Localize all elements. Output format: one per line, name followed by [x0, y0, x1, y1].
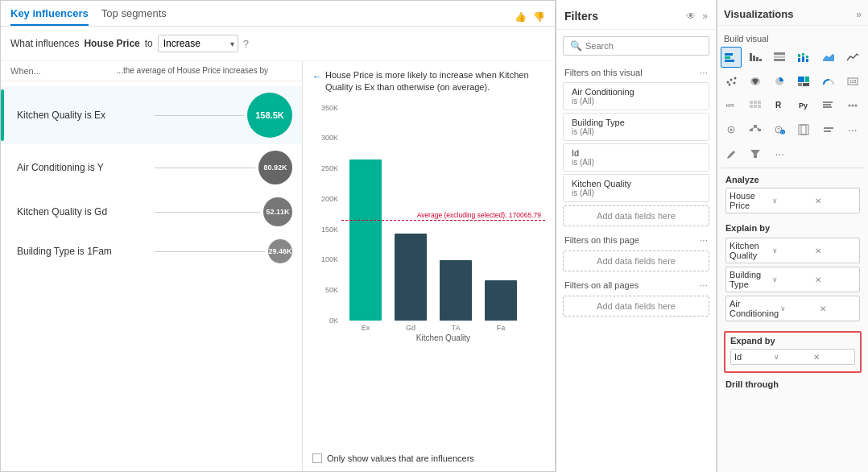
bar-ta[interactable] [440, 260, 472, 321]
expand-icon[interactable]: » [702, 10, 708, 22]
x-labels: Ex Gd TA Fa [341, 321, 545, 332]
clear-air-conditioning-icon[interactable]: ✕ [820, 304, 856, 313]
add-data-fields-all-pages[interactable]: Add data fields here [563, 296, 709, 317]
treemap-icon[interactable] [793, 71, 814, 92]
scatter-chart-icon[interactable] [721, 71, 742, 92]
filter-item-building-type[interactable]: Building Type is (All) [563, 113, 709, 141]
svg-point-45 [730, 129, 733, 131]
custom5-icon[interactable] [818, 119, 839, 140]
python-icon[interactable]: Py [793, 95, 814, 116]
help-icon[interactable]: ? [243, 38, 249, 50]
y-label-250k: 250K [312, 164, 338, 172]
clear-building-type-icon[interactable]: ✕ [815, 275, 856, 284]
influencer-item[interactable]: Kitchen Quality is Gd 52.11K [1, 191, 302, 233]
tab-top-segments[interactable]: Top segments [101, 7, 167, 26]
search-box[interactable]: 🔍 [563, 36, 709, 56]
svg-rect-1 [725, 56, 730, 59]
viz-icon-grid-3: KPI R Py [721, 95, 865, 116]
filters-on-visual-label: Filters on this visual ··· [556, 62, 716, 80]
bar-chart-icon[interactable] [745, 47, 766, 68]
filter-item-kitchen-quality[interactable]: Kitchen Quality is (All) [563, 174, 709, 202]
eye-icon[interactable]: 👁 [686, 10, 696, 22]
expand-by-section: Expand by Id ∨ ✕ [724, 331, 862, 373]
avg-column-header: ...the average of House Price increases … [117, 66, 292, 76]
x-label-ex: Ex [349, 324, 382, 332]
more-visuals-icon[interactable] [842, 95, 863, 116]
svg-rect-58 [824, 130, 831, 132]
kpi-icon[interactable]: KPI [721, 95, 742, 116]
filter-item-value: is (All) [572, 188, 701, 197]
explain-field-building-type[interactable]: Building Type ∨ ✕ [725, 267, 860, 292]
smart-narrative-icon[interactable] [818, 95, 839, 116]
matrix-icon[interactable] [745, 95, 766, 116]
stacked-col-icon[interactable] [793, 47, 814, 68]
paginated-icon[interactable] [793, 119, 814, 140]
svg-rect-13 [802, 53, 804, 56]
filter-funnel-icon[interactable] [745, 143, 766, 164]
influencer-bubble: 80.92K [258, 151, 292, 184]
svg-rect-46 [754, 125, 757, 127]
chart-container: 350K 300K 250K 200K 150K 100K 50K 0K Ave… [312, 101, 545, 449]
clear-kitchen-quality-icon[interactable]: ✕ [815, 246, 856, 255]
add-data-fields-visual[interactable]: Add data fields here [563, 205, 709, 226]
line-chart-icon[interactable] [842, 47, 863, 68]
influencer-item[interactable]: Kitchen Quality is Ex 158.5K [1, 86, 302, 144]
explain-field-kitchen-quality[interactable]: Kitchen Quality ∨ ✕ [725, 238, 860, 263]
search-icon: 🔍 [570, 40, 582, 52]
influencer-bar-area: 80.92K [155, 151, 292, 184]
y-label-50k: 50K [312, 286, 338, 294]
analyze-field-value: House Price [730, 191, 771, 210]
influencer-item[interactable]: Building Type is 1Fam 29.46K [1, 233, 302, 270]
area-chart-icon[interactable] [818, 47, 839, 68]
chevron-down-icon: ∨ [774, 353, 812, 361]
qa-icon[interactable]: ?Q [769, 119, 790, 140]
filters-all-pages-more-icon[interactable]: ··· [700, 279, 708, 291]
svg-rect-35 [758, 105, 761, 108]
influencer-label: Air Conditioning is Y [10, 162, 155, 173]
decomp-tree-icon[interactable] [745, 119, 766, 140]
filled-map-icon[interactable] [745, 71, 766, 92]
paint-brush-icon[interactable] [721, 143, 742, 164]
influence-direction-select[interactable]: Increase Decrease [158, 35, 238, 52]
filter-item-air-conditioning[interactable]: Air Conditioning is (All) [563, 82, 709, 110]
back-arrow-icon[interactable]: ← [312, 70, 322, 84]
tab-key-influencers[interactable]: Key influencers [10, 7, 89, 26]
filter-item-id[interactable]: Id is (All) [563, 143, 709, 172]
influencers-section: When... ...the average of House Price in… [1, 61, 303, 471]
filters-title: Filters [564, 10, 598, 23]
only-show-checkbox[interactable] [312, 453, 322, 463]
filters-page-more-icon[interactable]: ··· [700, 234, 708, 246]
stacked-bar-chart-icon[interactable] [721, 47, 742, 68]
clear-expand-by-icon[interactable]: ✕ [813, 353, 851, 362]
gauge-chart-icon[interactable] [818, 71, 839, 92]
R-script-icon[interactable]: R [769, 95, 790, 116]
filters-visual-more-icon[interactable]: ··· [700, 67, 708, 78]
bar-gd[interactable] [395, 234, 427, 321]
thumbs-up-icon[interactable]: 👍 [515, 11, 527, 23]
analyze-field-dropdown[interactable]: House Price ∨ ✕ [725, 188, 860, 213]
table-chart-icon[interactable] [769, 47, 790, 68]
card-icon[interactable]: 123 [842, 71, 863, 92]
tabs: Key influencers Top segments [10, 7, 167, 26]
explain-field-air-conditioning[interactable]: Air Conditioning ∨ ✕ [725, 296, 860, 321]
ai-insights-icon[interactable] [721, 119, 742, 140]
pie-chart-icon[interactable] [769, 71, 790, 92]
analyze-section: Analyze House Price ∨ ✕ [721, 172, 865, 220]
bar-fa[interactable] [485, 280, 517, 321]
more-icon[interactable]: ··· [842, 119, 863, 140]
influence-direction-dropdown[interactable]: Increase Decrease [158, 35, 238, 52]
svg-line-49 [751, 127, 755, 129]
svg-rect-47 [750, 129, 753, 131]
add-data-fields-page[interactable]: Add data fields here [563, 250, 709, 271]
bar-ex[interactable] [349, 159, 382, 321]
influencer-bubble: 52.11K [263, 197, 292, 226]
influencer-item[interactable]: Air Conditioning is Y 80.92K [1, 144, 302, 191]
thumbs-down-icon[interactable]: 👎 [533, 11, 545, 23]
expand-by-field-dropdown[interactable]: Id ∨ ✕ [730, 349, 855, 365]
influencer-line [155, 168, 255, 168]
three-dots-icon[interactable]: ··· [769, 143, 790, 164]
svg-text:Py: Py [799, 101, 808, 110]
search-input[interactable] [585, 41, 702, 51]
viz-expand-icon[interactable]: » [856, 9, 862, 20]
clear-analyze-icon[interactable]: ✕ [815, 197, 856, 205]
